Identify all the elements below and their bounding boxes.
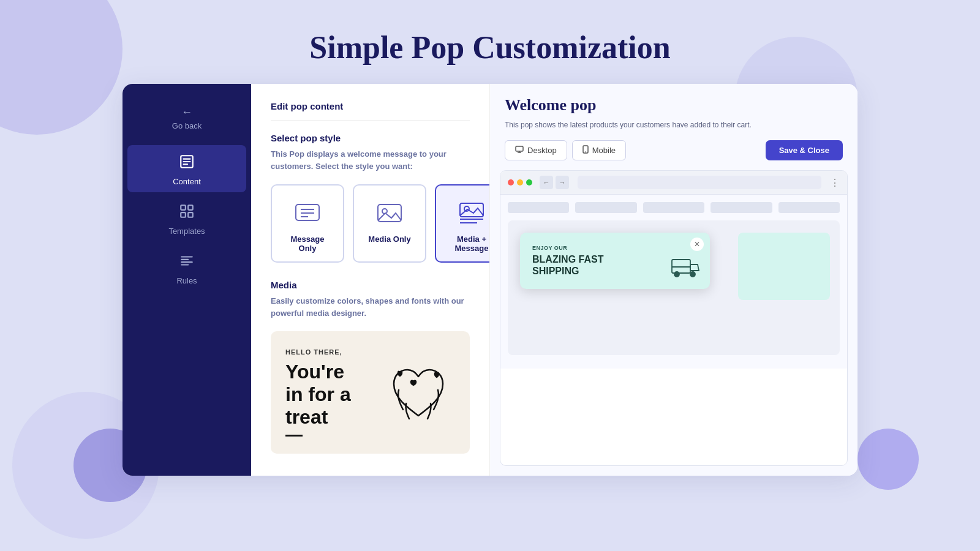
desktop-label: Desktop xyxy=(527,146,557,155)
headline-line3: treat xyxy=(285,406,328,428)
back-arrow-icon: ← xyxy=(181,106,192,119)
popup-close-button[interactable]: ✕ xyxy=(690,238,704,251)
media-dash xyxy=(285,435,303,437)
content-icon xyxy=(179,154,195,173)
svg-rect-7 xyxy=(188,212,193,217)
svg-rect-6 xyxy=(181,212,186,217)
preview-toolbar: Desktop Mobile Save & Close xyxy=(505,140,843,160)
style-section-title: Select pop style xyxy=(271,133,470,143)
browser-dots xyxy=(508,179,532,186)
truck-illustration xyxy=(671,253,701,282)
minimize-dot xyxy=(517,179,523,186)
rules-label: Rules xyxy=(176,276,197,285)
svg-point-28 xyxy=(674,272,679,277)
browser-forward-button[interactable]: → xyxy=(556,176,569,189)
svg-point-26 xyxy=(585,151,586,152)
mobile-view-button[interactable]: Mobile xyxy=(572,140,626,160)
content-label: Content xyxy=(173,177,201,186)
svg-rect-5 xyxy=(188,205,193,210)
popup-overlay: ✕ ENJOY OUR BLAZING FAST SHIPPING xyxy=(520,233,710,289)
message-only-label: Message Only xyxy=(282,234,333,253)
save-close-button[interactable]: Save & Close xyxy=(766,140,843,160)
svg-rect-16 xyxy=(378,204,401,222)
sidebar-item-templates[interactable]: Templates xyxy=(127,195,246,242)
mobile-label: Mobile xyxy=(592,146,616,155)
preview-desc: This pop shows the latest products your … xyxy=(505,119,762,130)
media-preview: HELLO THERE, You're in for a treat xyxy=(271,331,470,454)
sidebar-item-content[interactable]: Content xyxy=(127,145,246,192)
svg-point-29 xyxy=(690,272,695,277)
mock-nav-logo xyxy=(508,202,569,213)
media-section-desc: Easily customize colors, shapes and font… xyxy=(271,295,470,319)
media-message-label: Media + Message xyxy=(446,234,490,253)
browser-nav: ← → xyxy=(540,176,569,189)
mock-nav-link-1 xyxy=(575,202,636,213)
browser-back-button[interactable]: ← xyxy=(540,176,553,189)
media-headline: You're in for a treat xyxy=(285,361,351,428)
close-dot xyxy=(508,179,514,186)
mock-nav-link-4 xyxy=(778,202,840,213)
browser-url-bar[interactable] xyxy=(578,176,821,189)
preview-title: Welcome pop xyxy=(505,96,843,114)
browser-mock: ← → ⋮ ✕ ENJOY OUR xyxy=(500,170,848,466)
browser-menu-icon[interactable]: ⋮ xyxy=(830,177,840,189)
content-editor-panel: Edit pop content Select pop style This P… xyxy=(251,84,490,476)
style-card-media-message[interactable]: Media + Message xyxy=(435,184,490,263)
mobile-icon xyxy=(582,145,589,156)
style-section-desc: This Pop displays a welcome message to y… xyxy=(271,148,470,172)
media-text-block: HELLO THERE, You're in for a treat xyxy=(285,348,351,436)
mock-nav-bar xyxy=(508,202,840,213)
main-panel: ← Go back Content xyxy=(123,84,858,476)
templates-label: Templates xyxy=(168,227,205,236)
style-cards-container: Message Only Media Only xyxy=(271,184,470,263)
sidebar-item-rules[interactable]: Rules xyxy=(127,244,246,291)
headline-line1: You're xyxy=(285,361,344,383)
style-card-message-only[interactable]: Message Only xyxy=(271,184,344,263)
style-card-media-only[interactable]: Media Only xyxy=(353,184,426,263)
templates-icon xyxy=(179,203,195,223)
rules-icon xyxy=(179,253,195,272)
headline-line2: in for a xyxy=(285,383,351,405)
media-only-icon xyxy=(375,200,404,226)
view-toggle: Desktop Mobile xyxy=(505,140,626,160)
browser-content: ✕ ENJOY OUR BLAZING FAST SHIPPING xyxy=(500,195,847,369)
section-header: Edit pop content xyxy=(271,101,470,121)
sidebar: ← Go back Content xyxy=(123,84,251,476)
mock-content-area: ✕ ENJOY OUR BLAZING FAST SHIPPING xyxy=(508,220,840,355)
preview-panel: Welcome pop This pop shows the latest pr… xyxy=(490,84,858,476)
go-back-label: Go back xyxy=(172,121,202,130)
media-hello: HELLO THERE, xyxy=(285,348,351,356)
popup-small-text: ENJOY OUR xyxy=(532,245,698,251)
media-illustration xyxy=(382,348,455,437)
svg-rect-22 xyxy=(516,146,523,151)
go-back-button[interactable]: ← Go back xyxy=(127,97,246,137)
message-only-icon xyxy=(293,200,322,226)
mock-nav-link-2 xyxy=(643,202,704,213)
media-message-icon xyxy=(457,200,486,226)
media-section-title: Media xyxy=(271,280,470,290)
mock-nav-link-3 xyxy=(710,202,772,213)
page-title: Simple Pop Customization xyxy=(0,0,980,84)
popup-headline-line1: BLAZING FAST xyxy=(532,254,603,264)
media-only-label: Media Only xyxy=(368,234,410,244)
browser-bar: ← → ⋮ xyxy=(500,171,847,195)
desktop-view-button[interactable]: Desktop xyxy=(505,140,567,160)
preview-header: Welcome pop This pop shows the latest pr… xyxy=(490,84,858,170)
svg-rect-27 xyxy=(672,260,690,273)
maximize-dot xyxy=(526,179,532,186)
svg-rect-4 xyxy=(181,205,186,210)
desktop-icon xyxy=(515,146,524,155)
popup-right-card xyxy=(738,233,830,300)
popup-headline-line2: SHIPPING xyxy=(532,266,579,276)
